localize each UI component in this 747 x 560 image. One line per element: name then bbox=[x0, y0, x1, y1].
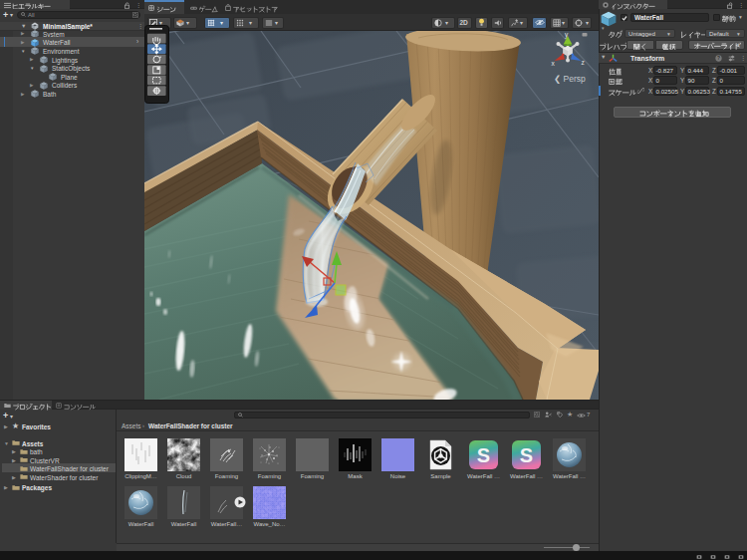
svg-text:?: ? bbox=[717, 56, 720, 61]
svg-text:S: S bbox=[477, 444, 490, 466]
svg-text:❮ Persp: ❮ Persp bbox=[554, 74, 586, 85]
svg-text:z: z bbox=[582, 59, 585, 66]
svg-text:S: S bbox=[520, 444, 533, 466]
